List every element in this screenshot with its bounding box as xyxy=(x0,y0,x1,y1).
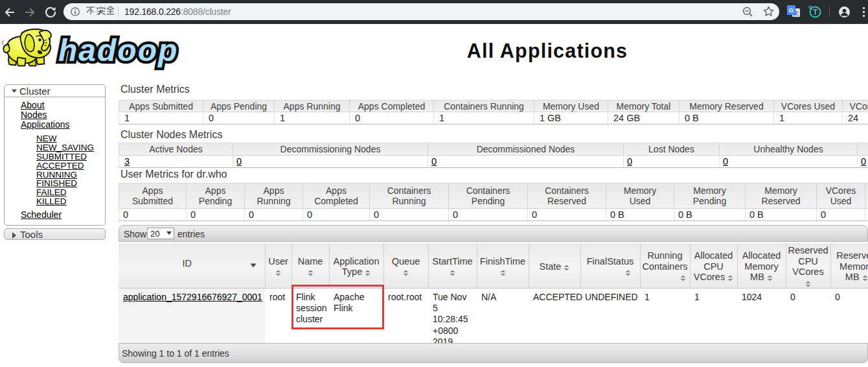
svg-text:T: T xyxy=(813,8,818,17)
svg-text:hadoop: hadoop xyxy=(58,33,178,67)
svg-text:G: G xyxy=(789,6,794,14)
